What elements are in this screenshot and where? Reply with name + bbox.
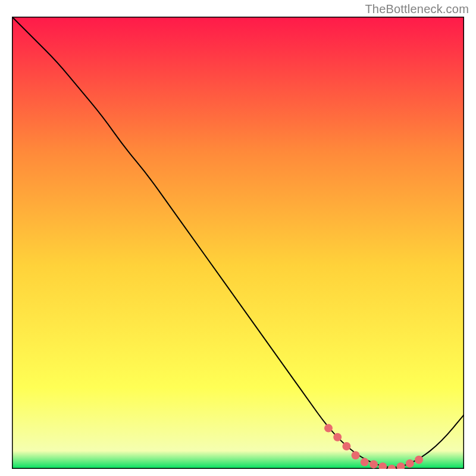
watermark-text: TheBottleneck.com xyxy=(365,2,469,16)
highlight-marker xyxy=(361,458,369,466)
highlight-marker xyxy=(342,442,350,450)
chart-stage: TheBottleneck.com xyxy=(0,0,476,476)
highlight-marker xyxy=(333,433,342,441)
gradient-background xyxy=(12,17,464,469)
highlight-marker xyxy=(406,459,414,468)
chart-svg xyxy=(12,17,464,469)
highlight-marker xyxy=(324,424,333,433)
highlight-marker xyxy=(415,456,423,464)
highlight-marker xyxy=(369,460,378,468)
highlight-marker xyxy=(352,451,360,459)
chart-plot-area xyxy=(12,17,464,469)
